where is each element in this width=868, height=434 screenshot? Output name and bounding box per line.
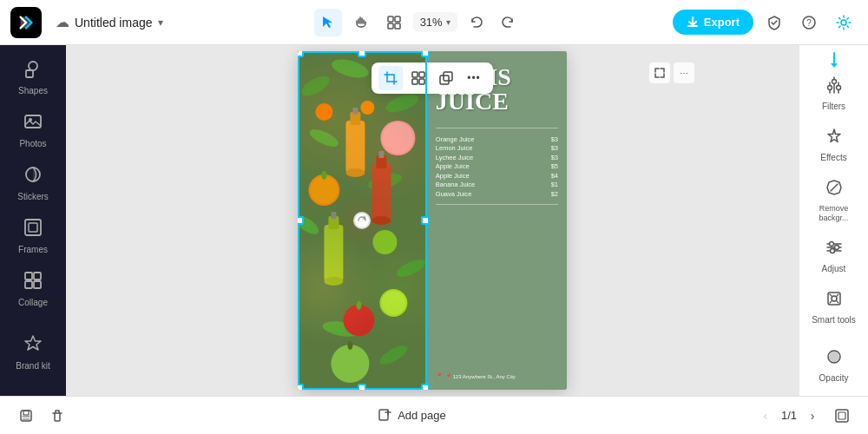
grid-layout-button[interactable] bbox=[406, 66, 431, 90]
undo-button[interactable] bbox=[463, 9, 490, 36]
svg-point-41 bbox=[345, 168, 365, 177]
smart-tools-panel-item[interactable]: Smart tools bbox=[805, 283, 864, 331]
page-navigation: ‹ 1/1 › bbox=[755, 405, 823, 426]
menu-divider-bottom bbox=[436, 204, 558, 205]
sidebar-item-shapes[interactable]: Shapes bbox=[5, 52, 61, 102]
title-dropdown-caret[interactable]: ▾ bbox=[158, 16, 163, 29]
crop-tool-button[interactable] bbox=[378, 66, 403, 90]
svg-point-63 bbox=[347, 341, 352, 350]
canvas-more-button[interactable]: ⋯ bbox=[674, 62, 694, 83]
collage-label: Collage bbox=[18, 298, 48, 308]
settings-button[interactable] bbox=[830, 9, 858, 36]
bottom-center: Add page bbox=[76, 405, 748, 426]
sidebar-item-photos[interactable]: Photos bbox=[5, 105, 61, 155]
svg-rect-25 bbox=[419, 79, 424, 84]
canvas-expand-button[interactable] bbox=[649, 62, 670, 83]
add-page-label: Add page bbox=[398, 409, 446, 422]
menu-divider-top bbox=[436, 128, 558, 128]
select-tool-button[interactable] bbox=[314, 9, 342, 36]
rotate-handle[interactable] bbox=[353, 212, 371, 229]
hand-tool-button[interactable] bbox=[347, 9, 375, 36]
svg-rect-10 bbox=[25, 115, 41, 128]
adjust-panel-item[interactable]: Adjust bbox=[805, 232, 864, 279]
export-label: Export bbox=[704, 16, 740, 29]
svg-point-51 bbox=[310, 176, 338, 204]
collage-icon bbox=[23, 271, 43, 294]
brand-kit-label: Brand kit bbox=[16, 361, 49, 372]
document-title: Untitled image bbox=[75, 16, 153, 30]
add-page-button[interactable]: Add page bbox=[370, 405, 455, 426]
more-options-button[interactable]: ••• bbox=[462, 66, 486, 90]
menu-item-5: Apple Juice$4 bbox=[436, 172, 558, 180]
svg-point-45 bbox=[372, 216, 391, 225]
svg-rect-38 bbox=[345, 121, 365, 173]
opacity-icon bbox=[825, 348, 843, 370]
svg-rect-4 bbox=[395, 23, 400, 29]
svg-point-78 bbox=[834, 245, 838, 249]
sidebar-item-stickers[interactable]: Stickers bbox=[5, 158, 61, 207]
save-version-button[interactable] bbox=[14, 404, 38, 428]
export-button[interactable]: Export bbox=[673, 10, 753, 35]
svg-point-52 bbox=[321, 171, 326, 180]
svg-point-7 bbox=[841, 20, 846, 25]
sidebar-item-collage[interactable]: Collage bbox=[5, 264, 61, 313]
photos-label: Photos bbox=[19, 139, 46, 149]
page-prev-button[interactable]: ‹ bbox=[755, 405, 776, 426]
delete-button[interactable] bbox=[45, 404, 69, 428]
menu-item-2: Lemon Juice$3 bbox=[436, 144, 558, 152]
left-sidebar: Shapes Photos Stickers Frames bbox=[0, 45, 66, 396]
view-tool-button[interactable] bbox=[380, 9, 408, 36]
zoom-control[interactable]: 31% ▾ bbox=[413, 12, 457, 32]
filters-panel-item[interactable]: Filters bbox=[805, 69, 864, 117]
fit-to-screen-button[interactable] bbox=[830, 404, 854, 428]
toolbar-center: 31% ▾ bbox=[170, 9, 666, 36]
main-area: Shapes Photos Stickers Frames bbox=[0, 45, 868, 396]
sidebar-item-brand-kit[interactable]: Brand kit bbox=[5, 327, 61, 377]
effects-icon bbox=[825, 128, 843, 149]
svg-rect-16 bbox=[34, 273, 41, 279]
svg-rect-13 bbox=[25, 220, 41, 235]
stickers-label: Stickers bbox=[17, 192, 49, 202]
logo-button[interactable] bbox=[10, 7, 42, 38]
svg-rect-3 bbox=[388, 23, 393, 29]
svg-marker-0 bbox=[323, 16, 332, 28]
svg-point-81 bbox=[832, 296, 837, 301]
svg-rect-88 bbox=[836, 410, 848, 422]
svg-rect-89 bbox=[838, 412, 845, 419]
title-section: ☁ Untitled image ▾ bbox=[56, 14, 163, 30]
page-next-button[interactable]: › bbox=[802, 405, 823, 426]
svg-rect-40 bbox=[352, 108, 358, 115]
svg-point-8 bbox=[29, 62, 37, 70]
svg-rect-44 bbox=[378, 151, 384, 158]
shapes-icon bbox=[23, 59, 43, 82]
frames-label: Frames bbox=[18, 245, 48, 255]
svg-rect-85 bbox=[379, 410, 388, 420]
svg-rect-15 bbox=[25, 273, 32, 279]
opacity-panel-item[interactable]: Opacity bbox=[805, 341, 864, 389]
menu-item-4: Apple Juice$5 bbox=[436, 162, 558, 170]
zoom-value: 31% bbox=[420, 16, 443, 29]
remove-bg-icon bbox=[825, 179, 843, 201]
svg-point-79 bbox=[830, 248, 834, 253]
toolbar-right: Export ? bbox=[673, 9, 858, 36]
design-canvas[interactable]: LOUIS JUICE Orange Juice$3 Lemon Juice$3… bbox=[298, 51, 567, 390]
canvas-area: ••• ⋯ bbox=[66, 45, 799, 396]
svg-rect-27 bbox=[440, 76, 449, 84]
smart-tools-icon bbox=[825, 290, 843, 312]
redo-button[interactable] bbox=[494, 9, 522, 36]
svg-point-77 bbox=[829, 241, 833, 246]
sidebar-item-frames[interactable]: Frames bbox=[5, 211, 61, 260]
svg-rect-26 bbox=[444, 72, 452, 81]
svg-rect-18 bbox=[34, 281, 41, 288]
filters-icon bbox=[825, 76, 843, 98]
svg-point-56 bbox=[356, 301, 361, 310]
effects-panel-item[interactable]: Effects bbox=[805, 121, 864, 168]
svg-line-73 bbox=[831, 184, 838, 191]
zoom-caret: ▾ bbox=[446, 17, 450, 27]
duplicate-button[interactable] bbox=[434, 66, 458, 90]
svg-rect-17 bbox=[25, 281, 32, 288]
menu-item-1: Orange Juice$3 bbox=[436, 135, 558, 143]
remove-bg-panel-item[interactable]: Remove backgr... bbox=[805, 172, 864, 228]
help-button[interactable]: ? bbox=[795, 9, 823, 36]
shield-button[interactable] bbox=[760, 9, 788, 36]
